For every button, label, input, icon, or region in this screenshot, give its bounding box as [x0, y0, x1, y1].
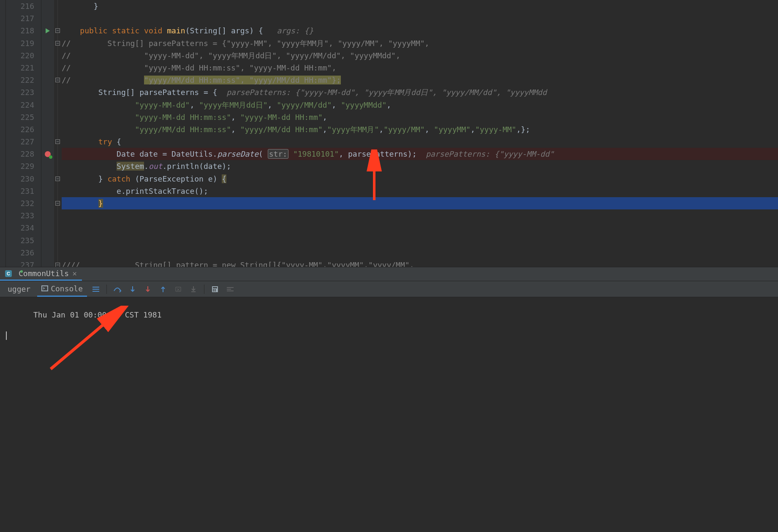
line-number[interactable]: 229 — [6, 160, 34, 172]
code-line[interactable]: // "yyyy/MM/dd HH:mm:ss", "yyyy/MM/dd HH… — [62, 74, 778, 86]
evaluate-expression-icon[interactable] — [209, 284, 221, 295]
line-number[interactable]: 227 — [6, 136, 34, 148]
gutter-cell[interactable] — [41, 173, 54, 185]
gutter-cell[interactable] — [41, 222, 54, 234]
fold-column[interactable] — [54, 0, 62, 267]
run-to-cursor-icon[interactable] — [187, 284, 200, 295]
code-line[interactable]: // "yyyy-MM-dd HH:mm:ss", "yyyy-MM-dd HH… — [62, 62, 778, 74]
line-number[interactable]: 217 — [6, 12, 34, 24]
run-gutter-icon[interactable] — [41, 24, 54, 37]
code-line[interactable] — [62, 222, 778, 234]
debugger-tab[interactable]: ugger — [3, 281, 35, 297]
code-line[interactable]: //// String[] pattern = new String[]{"yy… — [62, 259, 778, 267]
line-number[interactable]: 216 — [6, 0, 34, 12]
line-number[interactable]: 220 — [6, 49, 34, 62]
debug-toolbar: ugger Console — [0, 281, 778, 297]
console-output[interactable]: Thu Jan 01 00:00:00 CST 1981 — [0, 297, 778, 532]
gutter-cell[interactable] — [41, 197, 54, 209]
file-tab-label: CommonUtils — [19, 269, 69, 278]
line-number[interactable]: 235 — [6, 234, 34, 247]
code-editor[interactable]: 2162172182192202212222232242252262272282… — [0, 0, 778, 267]
code-line[interactable]: // String[] parsePatterns = {"yyyy-MM", … — [62, 37, 778, 49]
force-step-into-icon[interactable] — [141, 284, 154, 295]
line-number[interactable]: 231 — [6, 185, 34, 197]
line-number[interactable]: 232 — [6, 197, 34, 209]
code-line[interactable]: public static void main(String[] args) {… — [62, 24, 778, 37]
gutter-cell[interactable] — [41, 0, 54, 12]
gutter-icons[interactable] — [41, 0, 54, 267]
file-tab-commonutils[interactable]: C CommonUtils × — [0, 267, 82, 281]
gutter-cell[interactable] — [41, 62, 54, 74]
gutter-cell[interactable] — [41, 99, 54, 111]
code-line[interactable] — [62, 247, 778, 259]
line-number[interactable]: 225 — [6, 111, 34, 123]
close-icon[interactable]: × — [72, 269, 77, 278]
code-line[interactable] — [62, 209, 778, 222]
line-number[interactable]: 222 — [6, 74, 34, 86]
console-icon — [41, 285, 48, 291]
gutter-cell[interactable] — [41, 209, 54, 222]
code-line[interactable] — [62, 12, 778, 24]
gutter-cell[interactable] — [41, 86, 54, 98]
svg-line-14 — [51, 312, 118, 369]
fold-toggle-icon[interactable] — [55, 201, 60, 206]
svg-rect-10 — [213, 289, 214, 290]
step-out-icon[interactable] — [157, 284, 169, 295]
line-number[interactable]: 237 — [6, 259, 34, 267]
code-line[interactable]: } — [62, 197, 778, 209]
line-number[interactable]: 219 — [6, 37, 34, 49]
line-number[interactable]: 230 — [6, 173, 34, 185]
gutter-cell[interactable] — [41, 12, 54, 24]
code-line[interactable]: "yyyy/MM/dd HH:mm:ss", "yyyy/MM/dd HH:mm… — [62, 123, 778, 136]
code-line[interactable] — [62, 234, 778, 247]
line-number[interactable]: 234 — [6, 222, 34, 234]
fold-toggle-icon[interactable] — [55, 78, 60, 82]
gutter-cell[interactable] — [41, 37, 54, 49]
breakpoint-gutter-icon[interactable] — [41, 148, 54, 160]
play-icon[interactable] — [45, 28, 50, 34]
line-number[interactable]: 223 — [6, 86, 34, 98]
breakpoint-icon[interactable] — [45, 151, 51, 157]
code-line[interactable]: "yyyy-MM-dd HH:mm:ss", "yyyy-MM-dd HH:mm… — [62, 111, 778, 123]
code-line[interactable]: e.printStackTrace(); — [62, 185, 778, 197]
code-line[interactable]: Date date = DateUtils.parseDate( str: "1… — [62, 148, 778, 160]
code-line[interactable]: } — [62, 0, 778, 12]
code-area[interactable]: } public static void main(String[] args)… — [62, 0, 778, 267]
line-number[interactable]: 224 — [6, 99, 34, 111]
line-number-gutter[interactable]: 2162172182192202212222232242252262272282… — [6, 0, 41, 267]
fold-toggle-icon[interactable] — [55, 263, 60, 267]
trace-current-stream-chain-icon[interactable] — [224, 284, 237, 295]
gutter-cell[interactable] — [41, 136, 54, 148]
thread-list-icon[interactable] — [90, 284, 102, 295]
gutter-cell[interactable] — [41, 259, 54, 267]
fold-toggle-icon[interactable] — [55, 176, 60, 181]
gutter-cell[interactable] — [41, 247, 54, 259]
gutter-cell[interactable] — [41, 49, 54, 62]
code-line[interactable]: try { — [62, 136, 778, 148]
gutter-cell[interactable] — [41, 111, 54, 123]
code-line[interactable]: System.out.println(date); — [62, 160, 778, 172]
line-number[interactable]: 228 — [6, 148, 34, 160]
code-line[interactable]: } catch (ParseException e) { — [62, 173, 778, 185]
code-line[interactable]: String[] parsePatterns = { parsePatterns… — [62, 86, 778, 98]
gutter-cell[interactable] — [41, 74, 54, 86]
line-number[interactable]: 218 — [6, 24, 34, 37]
console-tab[interactable]: Console — [37, 281, 87, 297]
step-into-icon[interactable] — [126, 284, 139, 295]
line-number[interactable]: 236 — [6, 247, 34, 259]
line-number[interactable]: 233 — [6, 209, 34, 222]
gutter-cell[interactable] — [41, 123, 54, 136]
line-number[interactable]: 226 — [6, 123, 34, 136]
line-number[interactable]: 221 — [6, 62, 34, 74]
gutter-cell[interactable] — [41, 160, 54, 172]
drop-frame-icon[interactable] — [172, 284, 185, 295]
class-icon: C — [5, 270, 12, 277]
gutter-cell[interactable] — [41, 185, 54, 197]
fold-toggle-icon[interactable] — [55, 41, 60, 46]
code-line[interactable]: "yyyy-MM-dd", "yyyy年MM月dd日", "yyyy/MM/dd… — [62, 99, 778, 111]
gutter-cell[interactable] — [41, 234, 54, 247]
fold-toggle-icon[interactable] — [55, 139, 60, 144]
fold-toggle-icon[interactable] — [55, 28, 60, 33]
step-over-icon[interactable] — [111, 284, 124, 295]
code-line[interactable]: // "yyyy-MM-dd", "yyyy年MM月dd日", "yyyy/MM… — [62, 49, 778, 62]
